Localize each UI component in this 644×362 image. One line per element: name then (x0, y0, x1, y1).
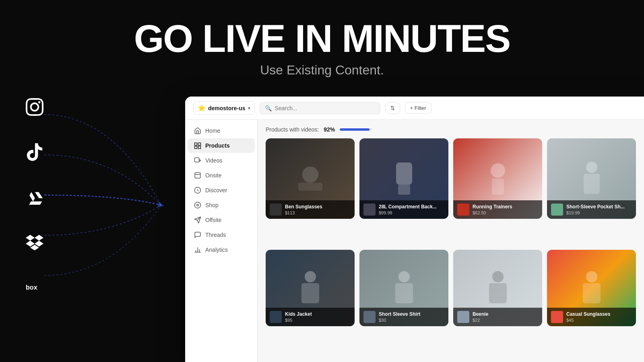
videos-icon (194, 157, 201, 164)
social-icons-panel: box (24, 97, 45, 298)
home-icon (194, 127, 201, 134)
sidebar-item-threads[interactable]: Threads (188, 228, 255, 242)
product-name-4: Short-Sleeve Pocket Sh... (566, 204, 632, 210)
product-price-2: $99.99 (379, 210, 444, 215)
svg-rect-7 (195, 173, 200, 178)
app-body: Home Products Videos Onsite (185, 120, 644, 362)
sidebar-label-home: Home (205, 128, 220, 134)
svg-text:box: box (26, 284, 37, 291)
svg-point-25 (398, 271, 410, 282)
sidebar-item-offsite[interactable]: Offsite (188, 213, 255, 227)
sidebar-label-products: Products (205, 142, 230, 149)
product-card-casual-sunglasses[interactable]: Casual Sunglasses $45 (547, 250, 636, 326)
product-card-beenie[interactable]: Beenie $22 (453, 250, 542, 326)
stats-percent: 92% (324, 126, 335, 133)
stats-label: Products with videos: (266, 126, 319, 133)
dropbox-icon (24, 232, 45, 253)
product-name-1: Ben Sunglasses (285, 204, 351, 210)
svg-rect-30 (583, 283, 601, 303)
product-price-3: $62.50 (473, 210, 538, 215)
svg-rect-18 (398, 185, 410, 195)
product-price-7: $22 (473, 318, 538, 323)
sidebar: Home Products Videos Onsite (185, 120, 258, 362)
product-label-3: Running Trainers $62.50 (453, 200, 542, 219)
svg-point-21 (586, 162, 597, 173)
sort-button[interactable]: ⇅ (385, 102, 400, 114)
sidebar-item-analytics[interactable]: Analytics (188, 243, 255, 257)
search-input[interactable] (275, 105, 375, 111)
product-price-4: $19.99 (566, 210, 632, 215)
svg-point-23 (305, 271, 316, 282)
sidebar-label-offsite: Offsite (205, 217, 221, 223)
svg-rect-3 (195, 146, 197, 149)
app-topbar: ⭐ demostore-us ▾ 🔍 ⇅ + Filter (185, 97, 644, 120)
product-price-8: $45 (566, 318, 632, 323)
svg-point-15 (302, 167, 318, 183)
sidebar-item-home[interactable]: Home (188, 123, 255, 138)
product-label-6: Short Sleeve Shirt $30 (359, 308, 448, 326)
product-label-7: Beenie $22 (453, 308, 542, 326)
sidebar-item-videos[interactable]: Videos (188, 153, 255, 168)
sidebar-label-shop: Shop (205, 202, 219, 208)
product-grid-row2: Kids Jacket $95 (266, 250, 636, 356)
product-card-short-sleeve[interactable]: Short Sleeve Shirt $30 (359, 250, 448, 326)
product-name-3: Running Trainers (473, 204, 538, 210)
filter-button[interactable]: + Filter (405, 102, 431, 114)
discover-icon (194, 187, 201, 194)
chevron-down-icon: ▾ (248, 105, 250, 111)
svg-rect-5 (195, 158, 199, 162)
svg-rect-17 (396, 162, 412, 185)
product-name-8: Casual Sunglasses (566, 311, 632, 317)
progress-bar (340, 128, 372, 131)
offsite-icon (194, 216, 201, 224)
hero-title: GO LIVE IN MINUTES (0, 19, 644, 58)
sidebar-label-onsite: Onsite (205, 172, 221, 179)
main-content: Products with videos: 92% (258, 120, 644, 362)
svg-point-29 (586, 271, 597, 282)
progress-fill (340, 128, 369, 131)
product-name-6: Short Sleeve Shirt (379, 311, 444, 317)
svg-rect-4 (198, 146, 201, 149)
box-icon: box (24, 277, 45, 298)
product-card-running-trainers[interactable]: Running Trainers $62.50 (453, 138, 542, 219)
product-label-8: Casual Sunglasses $45 (547, 308, 636, 326)
instagram-icon (24, 97, 45, 117)
product-label-2: 28L Compartment Back... $99.99 (359, 200, 448, 219)
product-price-6: $30 (379, 318, 444, 323)
sidebar-label-analytics: Analytics (205, 247, 228, 253)
svg-point-9 (195, 202, 201, 208)
products-icon (194, 142, 201, 149)
svg-point-27 (492, 271, 504, 282)
sidebar-item-onsite[interactable]: Onsite (188, 168, 255, 183)
svg-point-19 (491, 163, 505, 178)
svg-marker-6 (199, 159, 201, 162)
store-emoji: ⭐ (198, 104, 206, 112)
sidebar-item-shop[interactable]: Shop (188, 198, 255, 212)
product-label-1: Ben Sunglasses $113 (266, 200, 355, 219)
sidebar-item-products[interactable]: Products (188, 138, 255, 153)
sidebar-label-discover: Discover (205, 187, 227, 193)
onsite-icon (194, 172, 201, 179)
svg-rect-22 (584, 174, 600, 194)
product-card-backpack[interactable]: 28L Compartment Back... $99.99 (359, 138, 448, 219)
svg-rect-28 (489, 283, 507, 303)
product-grid-row1: Ben Sunglasses $113 (266, 138, 636, 244)
svg-rect-1 (195, 143, 197, 145)
svg-rect-16 (298, 183, 322, 191)
sidebar-label-threads: Threads (205, 232, 226, 238)
svg-rect-2 (198, 143, 201, 145)
google-drive-icon (24, 187, 45, 208)
store-name: demostore-us (208, 105, 246, 111)
product-card-kids-jacket[interactable]: Kids Jacket $95 (266, 250, 355, 326)
sidebar-label-videos: Videos (205, 157, 223, 164)
product-card-ben-sunglasses[interactable]: Ben Sunglasses $113 (266, 138, 355, 219)
product-label-5: Kids Jacket $95 (266, 308, 355, 326)
sidebar-item-discover[interactable]: Discover (188, 183, 255, 197)
product-name-5: Kids Jacket (285, 311, 351, 317)
product-price-1: $113 (285, 210, 351, 215)
product-name-7: Beenie (473, 311, 538, 317)
search-icon: 🔍 (265, 105, 272, 111)
product-name-2: 28L Compartment Back... (379, 204, 444, 210)
store-selector[interactable]: ⭐ demostore-us ▾ (193, 101, 255, 115)
product-card-pocket-shirt[interactable]: Short-Sleeve Pocket Sh... $19.99 (547, 138, 636, 219)
